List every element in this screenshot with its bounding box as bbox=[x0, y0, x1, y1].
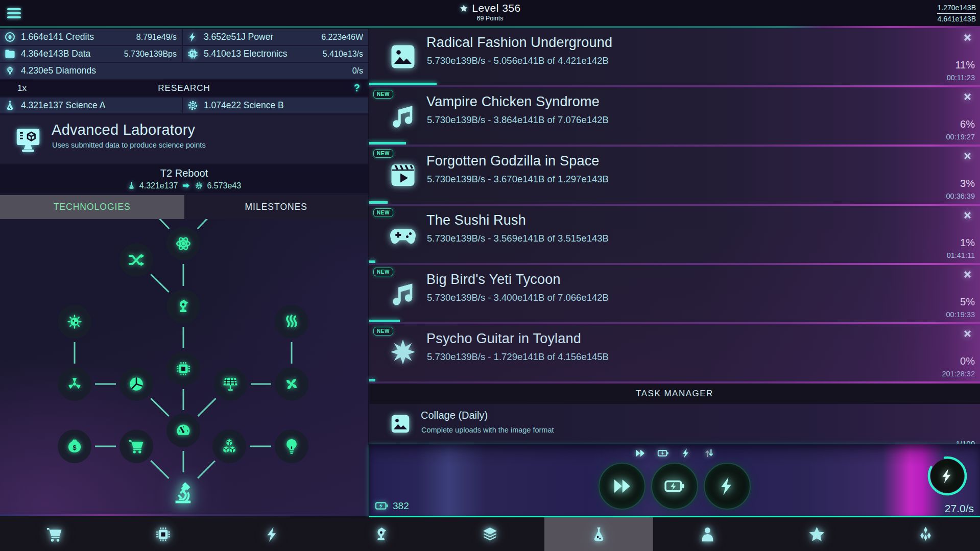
tech-node-boxes[interactable] bbox=[212, 429, 246, 463]
upload-card[interactable]: NEWForgotten Godzilla in Space5.730e139B… bbox=[369, 147, 980, 204]
battery-count: 382 bbox=[393, 500, 409, 512]
transfer-icon[interactable] bbox=[703, 447, 715, 459]
header-underline bbox=[0, 26, 980, 28]
close-icon[interactable] bbox=[962, 328, 973, 340]
nav-item-crystals[interactable] bbox=[871, 517, 980, 551]
flask-icon bbox=[590, 525, 608, 543]
new-badge: NEW bbox=[373, 208, 393, 217]
layers-icon bbox=[481, 525, 499, 543]
flask-icon bbox=[4, 100, 16, 111]
upload-time-left: 01:41:11 bbox=[947, 251, 975, 259]
upload-rate: 5.730e139B/s - 3.400e141B of 7.066e142B bbox=[427, 292, 609, 303]
tech-node-gauge[interactable] bbox=[166, 414, 200, 447]
music-icon bbox=[388, 101, 418, 131]
upload-title: Big Bird's Yeti Tycoon bbox=[426, 272, 561, 288]
energy-ring-button[interactable] bbox=[927, 456, 968, 496]
tech-node-money[interactable]: $ bbox=[58, 429, 91, 463]
fast-forward-icon[interactable] bbox=[634, 447, 646, 459]
tech-node-atom[interactable] bbox=[166, 227, 200, 260]
nav-item-star[interactable] bbox=[762, 517, 871, 551]
cart-icon bbox=[45, 525, 63, 543]
resource-bar: 1.664e141 Credits8.791e49/s3.652e51J Pow… bbox=[0, 29, 368, 79]
tech-node-pie[interactable] bbox=[119, 367, 153, 401]
resource-rate: 8.791e49/s bbox=[136, 33, 177, 42]
chip-icon bbox=[154, 525, 172, 543]
research-header: 1x RESEARCH ? bbox=[0, 80, 368, 97]
boost-button-battery-charge[interactable] bbox=[651, 463, 698, 510]
upload-card[interactable]: NEWVampire Chicken Syndrome5.730e139B/s … bbox=[369, 87, 980, 145]
new-badge: NEW bbox=[373, 149, 393, 158]
help-button[interactable]: ? bbox=[354, 82, 360, 94]
nav-item-person[interactable] bbox=[653, 517, 762, 551]
close-icon[interactable] bbox=[962, 269, 973, 280]
level-label: Level 356 bbox=[472, 2, 521, 14]
task-subtitle: Complete uploads with the image format bbox=[421, 426, 554, 434]
close-icon[interactable] bbox=[962, 91, 973, 103]
upload-card[interactable]: Radical Fashion Underground5.730e139B/s … bbox=[369, 28, 980, 85]
game-root: Level 356 69 Points 1.270e143B 4.641e143… bbox=[0, 0, 980, 551]
solar-panel-icon bbox=[222, 375, 239, 393]
research-multiplier[interactable]: 1x bbox=[17, 83, 27, 93]
task-row[interactable]: Collage (Daily) Complete uploads with th… bbox=[369, 404, 980, 444]
battery-charge-icon[interactable] bbox=[657, 447, 669, 459]
money-bag-icon: $ bbox=[66, 438, 83, 455]
chip-icon bbox=[175, 360, 192, 377]
close-icon[interactable] bbox=[962, 150, 973, 162]
tech-node-shuffle[interactable] bbox=[119, 243, 153, 277]
tech-node-microscope[interactable] bbox=[166, 476, 200, 510]
close-icon[interactable] bbox=[962, 32, 973, 43]
upload-title: Psycho Guitar in Toyland bbox=[426, 331, 581, 347]
upload-percent: 1% bbox=[960, 237, 975, 249]
nav-item-layers[interactable] bbox=[436, 517, 544, 551]
tech-node-steam[interactable] bbox=[275, 305, 308, 339]
boost-button-bolt[interactable] bbox=[704, 463, 751, 510]
person-icon bbox=[699, 525, 716, 543]
nav-item-bolt[interactable] bbox=[218, 517, 326, 551]
nav-item-flask[interactable] bbox=[544, 517, 653, 551]
uploads-panel: Radical Fashion Underground5.730e139B/s … bbox=[369, 28, 980, 516]
task-title: Collage (Daily) bbox=[421, 410, 488, 421]
upload-time-left: 00:11:23 bbox=[947, 74, 975, 82]
tech-node-chip[interactable] bbox=[166, 352, 200, 386]
music-icon bbox=[388, 278, 418, 309]
upload-rate: 5.730e139B/s - 5.056e141B of 4.421e142B bbox=[427, 55, 609, 66]
boost-button-fast-forward[interactable] bbox=[599, 463, 646, 510]
resource-rate: 6.223e46W bbox=[321, 33, 363, 42]
bolt-icon[interactable] bbox=[680, 447, 692, 459]
upload-time-left: 201:28:32 bbox=[942, 370, 975, 378]
tech-node-robot[interactable] bbox=[166, 290, 200, 323]
upload-card[interactable]: NEWPsycho Guitar in Toyland5.730e139B/s … bbox=[369, 324, 980, 381]
upload-card[interactable]: NEWThe Sushi Rush5.730e139B/s - 3.569e14… bbox=[369, 206, 980, 263]
tab-milestones[interactable]: MILESTONES bbox=[184, 195, 369, 219]
image-icon bbox=[389, 412, 412, 436]
research-panel: 1.664e141 Credits8.791e49/s3.652e51J Pow… bbox=[0, 29, 368, 516]
crystals-icon bbox=[917, 525, 935, 543]
tab-technologies[interactable]: TECHNOLOGIES bbox=[0, 195, 184, 219]
upload-card[interactable]: NEWBig Bird's Yeti Tycoon5.730e139B/s - … bbox=[369, 265, 980, 322]
close-icon[interactable] bbox=[962, 209, 973, 221]
left-panel-bottom-glow bbox=[0, 514, 368, 516]
fan-icon bbox=[283, 375, 300, 393]
upload-rate: 5.730e139B/s - 3.864e141B of 7.076e142B bbox=[427, 114, 609, 126]
task-progress: 1/100 bbox=[955, 439, 975, 444]
points-label: 69 Points bbox=[459, 15, 521, 22]
resource-rate: 5.410e13/s bbox=[323, 50, 363, 59]
folder-icon bbox=[4, 48, 16, 60]
tech-node-bug[interactable] bbox=[58, 305, 91, 339]
laboratory-card[interactable]: Advanced Laboratory Uses submitted data … bbox=[0, 115, 368, 163]
tech-node-radiation[interactable] bbox=[58, 367, 91, 401]
tech-node-fan[interactable] bbox=[275, 367, 308, 401]
nav-item-chip[interactable] bbox=[109, 517, 218, 551]
science-bar: 4.321e137 Science A1.074e22 Science B bbox=[0, 98, 368, 113]
tech-node-solar[interactable] bbox=[213, 367, 247, 401]
nav-item-cart[interactable] bbox=[0, 517, 109, 551]
menu-icon[interactable] bbox=[7, 6, 22, 20]
bottom-nav bbox=[0, 517, 980, 551]
upload-time-left: 00:36:39 bbox=[946, 192, 975, 200]
tech-node-cart[interactable] bbox=[119, 429, 153, 463]
science-label: 4.321e137 Science A bbox=[21, 100, 177, 111]
research-tabs: TECHNOLOGIESMILESTONES bbox=[0, 195, 368, 219]
tech-node-bulb[interactable] bbox=[275, 429, 308, 463]
reboot-button[interactable]: T2 Reboot 4.321e137 6.573e43 bbox=[0, 164, 368, 193]
nav-item-robot-arm[interactable] bbox=[327, 517, 436, 551]
